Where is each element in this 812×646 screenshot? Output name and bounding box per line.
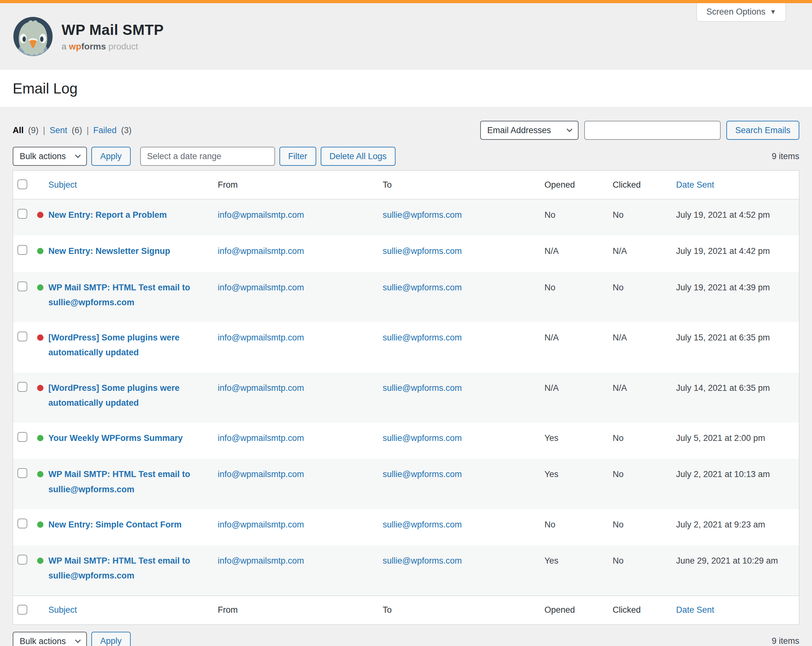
- sort-date-sent-link[interactable]: Date Sent: [676, 180, 714, 190]
- select-all-checkbox[interactable]: [17, 180, 27, 189]
- row-checkbox[interactable]: [17, 432, 27, 442]
- items-count-top: 9 items: [772, 151, 799, 162]
- row-checkbox[interactable]: [17, 282, 27, 291]
- clicked-cell: No: [613, 509, 676, 545]
- to-link[interactable]: sullie@wpforms.com: [383, 520, 462, 529]
- search-field-select[interactable]: Email Addresses: [480, 121, 578, 140]
- date-range-input[interactable]: [140, 147, 275, 166]
- status-dot-icon: [37, 334, 43, 341]
- bulk-actions-select[interactable]: Bulk actions: [13, 147, 87, 166]
- table-header-row: Subject From To Opened Clicked Date Sent: [13, 171, 799, 200]
- to-link[interactable]: sullie@wpforms.com: [383, 333, 462, 342]
- from-link[interactable]: info@wpmailsmtp.com: [218, 383, 304, 393]
- header-opened: Opened: [545, 171, 613, 200]
- wp-mail-smtp-logo-icon: [13, 16, 53, 57]
- table-row: WP Mail SMTP: HTML Test email to sullie@…: [13, 272, 799, 322]
- status-dot-icon: [37, 248, 43, 254]
- table-row: [WordPress] Some plugins were automatica…: [13, 372, 799, 423]
- to-link[interactable]: sullie@wpforms.com: [383, 246, 462, 256]
- table-row: Your Weekly WPForms Summary info@wpmails…: [13, 422, 799, 459]
- opened-cell: No: [545, 200, 613, 236]
- from-link[interactable]: info@wpmailsmtp.com: [218, 210, 304, 220]
- date-sent-cell: July 2, 2021 at 9:23 am: [676, 509, 799, 545]
- date-sent-cell: July 14, 2021 at 6:35 pm: [676, 372, 799, 423]
- clicked-cell: No: [613, 200, 676, 236]
- subject-link[interactable]: WP Mail SMTP: HTML Test email to sullie@…: [49, 553, 215, 584]
- row-checkbox[interactable]: [17, 555, 27, 565]
- filter-sent-count: (6): [72, 125, 82, 136]
- from-link[interactable]: info@wpmailsmtp.com: [218, 556, 304, 565]
- clicked-cell: N/A: [613, 372, 676, 423]
- date-sent-cell: June 29, 2021 at 10:29 am: [676, 545, 799, 596]
- subject-link[interactable]: [WordPress] Some plugins were automatica…: [49, 381, 215, 411]
- from-link[interactable]: info@wpmailsmtp.com: [218, 246, 304, 256]
- footer-clicked: Clicked: [613, 596, 676, 625]
- search-emails-button[interactable]: Search Emails: [727, 121, 799, 140]
- from-link[interactable]: info@wpmailsmtp.com: [218, 283, 304, 292]
- row-checkbox[interactable]: [17, 209, 27, 219]
- row-checkbox[interactable]: [17, 519, 27, 529]
- to-link[interactable]: sullie@wpforms.com: [383, 433, 462, 443]
- to-link[interactable]: sullie@wpforms.com: [383, 210, 462, 220]
- status-filter-links: All (9) | Sent (6) | Failed (3): [13, 125, 132, 136]
- opened-cell: No: [545, 509, 613, 545]
- subject-link[interactable]: WP Mail SMTP: HTML Test email to sullie@…: [49, 280, 215, 310]
- bulk-actions-select-bottom[interactable]: Bulk actions: [13, 632, 87, 646]
- header-clicked: Clicked: [613, 171, 676, 200]
- from-link[interactable]: info@wpmailsmtp.com: [218, 520, 304, 529]
- subject-link[interactable]: [WordPress] Some plugins were automatica…: [49, 330, 215, 360]
- date-sent-cell: July 5, 2021 at 2:00 pm: [676, 422, 799, 459]
- delete-all-logs-button[interactable]: Delete All Logs: [321, 147, 395, 166]
- tagline-prefix: a: [61, 41, 67, 51]
- status-dot-icon: [37, 212, 43, 218]
- plugin-header: WP Mail SMTP a wpforms product: [0, 3, 812, 70]
- sort-subject-link[interactable]: Subject: [49, 180, 77, 190]
- content-area: All (9) | Sent (6) | Failed (3) Email Ad…: [0, 121, 812, 646]
- footer-from: From: [218, 596, 383, 625]
- opened-cell: Yes: [545, 545, 613, 596]
- sort-date-sent-link-bottom[interactable]: Date Sent: [676, 605, 714, 615]
- subject-link[interactable]: Your Weekly WPForms Summary: [49, 431, 183, 446]
- apply-button-bottom[interactable]: Apply: [92, 632, 131, 646]
- filter-sent-link[interactable]: Sent: [50, 125, 67, 136]
- row-checkbox[interactable]: [17, 245, 27, 255]
- table-row: [WordPress] Some plugins were automatica…: [13, 322, 799, 372]
- apply-button[interactable]: Apply: [92, 147, 131, 166]
- subject-link[interactable]: New Entry: Newsletter Signup: [49, 244, 170, 259]
- filter-button[interactable]: Filter: [279, 147, 316, 166]
- from-link[interactable]: info@wpmailsmtp.com: [218, 433, 304, 443]
- select-all-checkbox-bottom[interactable]: [17, 605, 27, 615]
- from-link[interactable]: info@wpmailsmtp.com: [218, 333, 304, 342]
- to-link[interactable]: sullie@wpforms.com: [383, 283, 462, 292]
- filter-failed-link[interactable]: Failed: [93, 125, 117, 136]
- row-checkbox[interactable]: [17, 382, 27, 392]
- accent-top-bar: [0, 0, 812, 3]
- search-input[interactable]: [584, 121, 720, 140]
- tagline-wp: wp: [69, 41, 81, 51]
- chevron-down-icon: ▼: [770, 8, 776, 15]
- date-sent-cell: July 19, 2021 at 4:52 pm: [676, 200, 799, 236]
- to-link[interactable]: sullie@wpforms.com: [383, 556, 462, 565]
- subject-link[interactable]: WP Mail SMTP: HTML Test email to sullie@…: [49, 467, 215, 497]
- sort-subject-link-bottom[interactable]: Subject: [49, 605, 77, 615]
- title-band: Email Log: [0, 70, 812, 107]
- clicked-cell: No: [613, 545, 676, 596]
- to-link[interactable]: sullie@wpforms.com: [383, 469, 462, 479]
- to-link[interactable]: sullie@wpforms.com: [383, 383, 462, 393]
- subject-link[interactable]: New Entry: Simple Contact Form: [49, 517, 182, 532]
- tagline-forms: forms: [81, 41, 106, 51]
- items-count-bottom: 9 items: [772, 636, 799, 646]
- status-dot-icon: [37, 558, 43, 564]
- row-checkbox[interactable]: [17, 468, 27, 478]
- from-link[interactable]: info@wpmailsmtp.com: [218, 469, 304, 479]
- status-dot-icon: [37, 435, 43, 441]
- subject-link[interactable]: New Entry: Report a Problem: [49, 208, 167, 222]
- row-checkbox[interactable]: [17, 332, 27, 341]
- brand-block: WP Mail SMTP a wpforms product: [61, 21, 164, 52]
- date-sent-cell: July 19, 2021 at 4:42 pm: [676, 236, 799, 272]
- opened-cell: Yes: [545, 459, 613, 509]
- filter-all-link[interactable]: All: [13, 125, 24, 136]
- brand-tagline: a wpforms product: [61, 41, 164, 52]
- screen-options-button[interactable]: Screen Options ▼: [696, 3, 786, 21]
- status-dot-icon: [37, 471, 43, 477]
